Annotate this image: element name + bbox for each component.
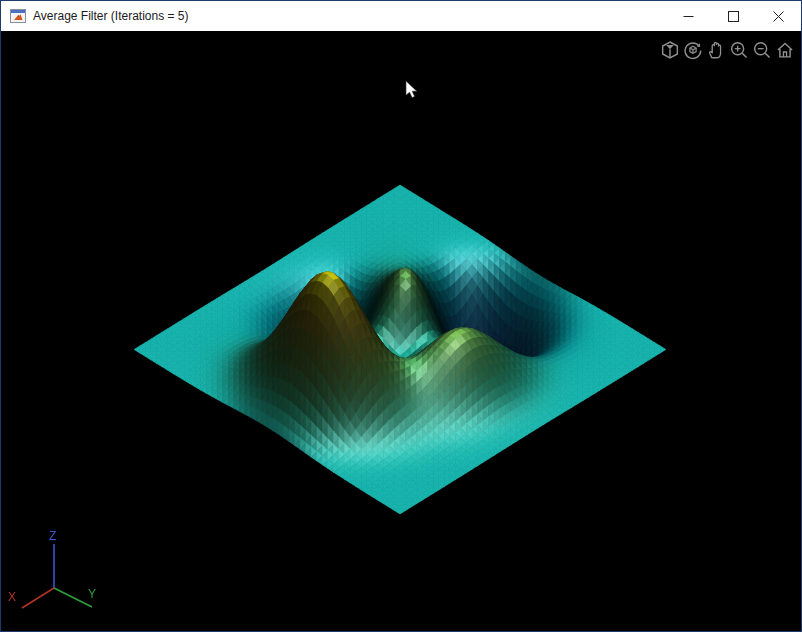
pan-button[interactable] — [705, 39, 726, 61]
close-button[interactable] — [756, 1, 801, 31]
axes-toolbar — [659, 39, 795, 61]
view-cube-icon — [660, 40, 680, 60]
view-cube-button[interactable] — [659, 39, 680, 61]
zoom-in-icon — [729, 40, 749, 60]
minimize-icon — [683, 11, 694, 22]
matlab-figure-icon — [10, 9, 26, 23]
window-title: Average Filter (Iterations = 5) — [33, 9, 189, 23]
zoom-out-button[interactable] — [751, 39, 772, 61]
x-axis-line — [22, 588, 54, 608]
close-icon — [773, 11, 784, 22]
surface-plot-canvas[interactable] — [2, 31, 802, 632]
x-axis-label: X — [8, 590, 16, 604]
orbit-rotate-icon — [683, 40, 703, 60]
pan-hand-icon — [706, 40, 726, 60]
axis-orientation-triad: Z X Y — [2, 528, 112, 618]
maximize-icon — [728, 11, 739, 22]
home-button[interactable] — [774, 39, 795, 61]
y-axis-label: Y — [88, 587, 96, 601]
zoom-in-button[interactable] — [728, 39, 749, 61]
maximize-button[interactable] — [711, 1, 756, 31]
zoom-out-icon — [752, 40, 772, 60]
z-axis-label: Z — [49, 529, 56, 543]
minimize-button[interactable] — [666, 1, 711, 31]
home-restore-view-icon — [775, 40, 795, 60]
matlab-figure-window: Average Filter (Iterations = 5) — [0, 0, 802, 632]
y-axis-line — [54, 588, 92, 607]
orbit-rotate-button[interactable] — [682, 39, 703, 61]
window-titlebar[interactable]: Average Filter (Iterations = 5) — [1, 1, 801, 31]
figure-axes-area[interactable]: Z X Y — [2, 31, 802, 632]
